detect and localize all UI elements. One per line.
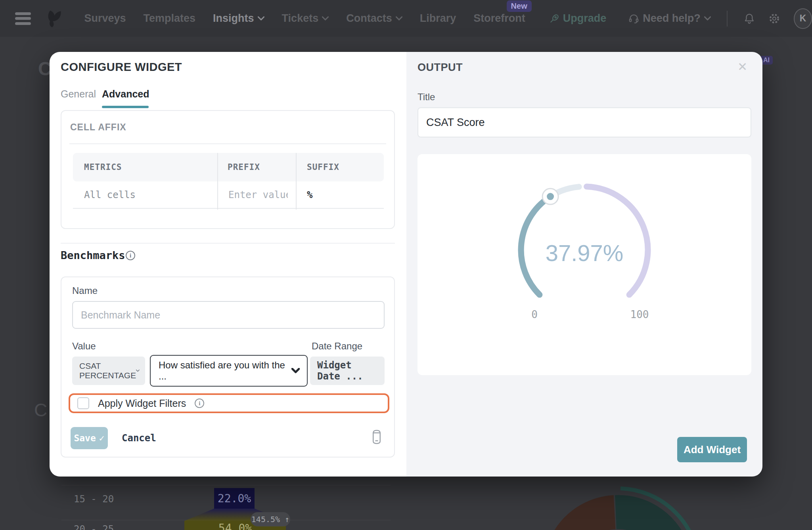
new-badge: New	[507, 0, 532, 12]
cell-affix-table: METRICS PREFIX SUFFIX All cells %	[73, 153, 384, 210]
widget-title-label: Title	[417, 92, 435, 103]
modal-title: CONFIGURE WIDGET	[61, 61, 182, 74]
nav-item-storefront[interactable]: Storefront	[473, 12, 525, 25]
configure-panel: CONFIGURE WIDGET General Advanced CELL A…	[50, 52, 406, 477]
divider	[69, 143, 386, 144]
add-widget-button[interactable]: Add Widget	[677, 437, 747, 462]
table-row: All cells %	[73, 181, 384, 209]
delete-trash-icon[interactable]	[371, 429, 383, 444]
active-tab-underline	[102, 106, 149, 108]
nav-item-insights[interactable]: Insights	[213, 12, 264, 25]
rocket-icon	[549, 13, 559, 24]
widget-title-input[interactable]	[417, 107, 751, 137]
nav-item-surveys[interactable]: Surveys	[84, 12, 126, 25]
question-select[interactable]: How satisfied are you with the ...	[150, 355, 308, 387]
top-navbar: Surveys Templates Insights Tickets Conta…	[0, 0, 812, 37]
gauge-preview-card: 37.97% 0 100	[417, 154, 751, 375]
gauge-value: 37.97%	[417, 240, 751, 266]
nav-item-library[interactable]: Library	[420, 12, 456, 25]
gauge-max-label: 100	[624, 309, 655, 320]
cancel-button[interactable]: Cancel	[122, 433, 156, 444]
column-separator	[217, 153, 218, 210]
table-header-row: METRICS PREFIX SUFFIX	[73, 153, 384, 181]
benchmark-name-input[interactable]	[72, 301, 385, 329]
info-icon[interactable]: i	[195, 398, 204, 408]
nav-divider	[727, 11, 728, 27]
cell-affix-title: CELL AFFIX	[70, 122, 126, 133]
chevron-down-icon	[704, 16, 711, 21]
app-screen: Surveys Templates Insights Tickets Conta…	[0, 0, 812, 530]
column-separator	[296, 153, 297, 210]
output-title: OUTPUT	[417, 61, 463, 74]
funnel-change-badge: 145.5% ↑	[251, 512, 290, 526]
funnel-bar-value: 22.0%	[214, 492, 255, 505]
column-header-suffix: SUFFIX	[296, 162, 375, 172]
upgrade-button[interactable]: Upgrade	[549, 12, 607, 25]
save-button[interactable]: Save✓	[71, 427, 108, 449]
check-icon: ✓	[99, 433, 105, 443]
value-label: Value	[72, 341, 96, 352]
apply-widget-filters-checkbox[interactable]	[77, 397, 89, 409]
notifications-bell-icon[interactable]	[743, 12, 755, 25]
date-range-select[interactable]: Widget Date ...	[310, 357, 385, 385]
suffix-cell[interactable]: %	[296, 189, 375, 200]
name-label: Name	[72, 285, 98, 296]
need-help-menu[interactable]: Need help?	[628, 12, 711, 25]
nav-item-contacts[interactable]: Contacts	[346, 12, 402, 25]
user-avatar[interactable]: K	[794, 8, 812, 29]
tab-general[interactable]: General	[61, 88, 96, 100]
prefix-input[interactable]	[228, 189, 289, 201]
benchmark-form-card: Name Value Date Range CSAT PERCENTAGE Ho…	[61, 276, 395, 458]
close-icon[interactable]: ✕	[737, 60, 747, 74]
nav-item-templates[interactable]: Templates	[144, 12, 196, 25]
column-header-metrics: METRICS	[73, 162, 217, 172]
apply-widget-filters-label: Apply Widget Filters	[98, 398, 186, 409]
metric-cell: All cells	[73, 189, 217, 200]
column-header-prefix: PREFIX	[217, 162, 296, 172]
value-metric-select[interactable]: CSAT PERCENTAGE	[72, 357, 145, 385]
cell-affix-card: CELL AFFIX METRICS PREFIX SUFFIX All cel…	[61, 110, 395, 229]
chevron-down-icon	[291, 368, 300, 374]
chevron-down-icon	[258, 16, 264, 21]
funnel-row-label: 15 - 20	[74, 494, 114, 505]
chevron-down-icon	[136, 368, 140, 373]
date-range-label: Date Range	[312, 341, 362, 352]
gauge-min-label: 0	[521, 309, 548, 320]
funnel-row-label: 20 - 25	[74, 524, 114, 530]
info-icon[interactable]: i	[126, 251, 135, 260]
settings-gear-icon[interactable]	[768, 12, 780, 25]
chevron-down-icon	[396, 16, 402, 21]
tab-advanced[interactable]: Advanced	[102, 88, 149, 100]
hamburger-menu-icon[interactable]	[15, 12, 31, 25]
benchmarks-title: Benchmarks	[61, 249, 125, 261]
divider	[61, 243, 395, 244]
headset-icon	[628, 13, 639, 24]
apply-widget-filters-highlight: Apply Widget Filters i	[69, 393, 389, 413]
app-logo-leaf-icon[interactable]	[42, 6, 63, 31]
configure-widget-modal: CONFIGURE WIDGET General Advanced CELL A…	[50, 52, 762, 477]
chevron-down-icon	[322, 16, 329, 21]
nav-item-tickets[interactable]: Tickets	[282, 12, 329, 25]
